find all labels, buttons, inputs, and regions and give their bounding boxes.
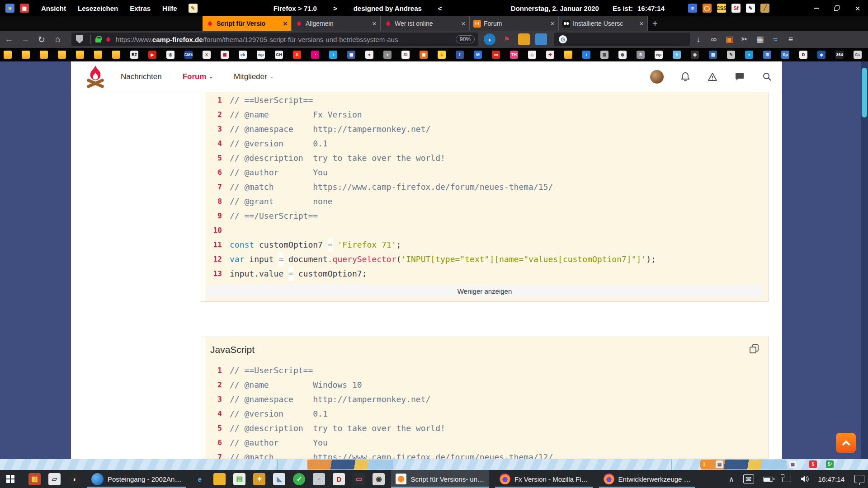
notify-1-badge[interactable]: 1 [700,460,708,468]
bookmark-folder-icon[interactable] [58,51,66,59]
tracking-shield-icon[interactable] [76,35,83,43]
search-icon[interactable] [761,71,772,82]
bookmark-icon[interactable]: S [293,51,301,59]
taskbar-button-fx-version-mozilla-fi-[interactable]: Fx Version - Mozilla Fi… [495,470,593,488]
bookmark-folder-icon[interactable] [564,51,572,59]
note-pencil-icon[interactable]: ✎ [189,4,198,13]
action-center-icon[interactable] [854,475,864,483]
user-avatar[interactable] [650,70,664,84]
screenshot-scissors-icon[interactable]: ✂ [738,33,751,46]
bookmark-icon[interactable]: ◍ [618,51,627,59]
bookmark-icon[interactable]: ◇ [528,51,536,59]
bookmark-icon[interactable]: GMX [184,51,193,59]
bookmark-icon[interactable]: wp [655,51,663,59]
window-star-icon[interactable]: ★ [5,4,14,13]
bookmark-icon[interactable]: Gs [854,51,862,59]
css-shield-icon[interactable]: CSS [717,4,726,13]
bookmark-icon[interactable]: ✶ [673,51,681,59]
bookmark-folder-icon[interactable] [112,51,120,59]
bookmark-icon[interactable]: Sf [401,51,410,59]
explorer-folder-icon[interactable] [213,473,226,485]
tray-mail-icon[interactable]: ✉ [743,474,754,483]
tab-allgemein[interactable]: Allgemein× [292,16,381,31]
tab-installierte-usersc[interactable]: Installierte Usersc× [559,16,648,31]
scroll-to-top-button[interactable] [836,433,856,453]
nav-item-forum[interactable]: Forum⌄ [183,72,213,81]
brush-icon[interactable]: ╱ [760,4,769,13]
grid-widget-icon[interactable]: ▦ [789,460,797,468]
https-lock-icon[interactable] [95,38,101,42]
printer-icon[interactable]: ▤ [716,460,723,468]
back-button[interactable]: ← [2,33,16,46]
notepad-icon[interactable]: ▤ [233,473,245,485]
downloads-icon[interactable]: ↓ [692,33,705,46]
film-grid-icon[interactable]: ▦ [753,33,767,46]
bookmark-icon[interactable]: i [582,51,590,59]
bookmark-icon[interactable]: ⊞ [763,51,771,59]
bookmark-icon[interactable]: X [203,51,211,59]
notifications-bell-icon[interactable] [680,71,691,82]
alerts-warning-icon[interactable] [707,71,718,82]
bookmark-icon[interactable]: Sp [781,51,789,59]
sync-infinity-icon[interactable]: ∞ [707,33,721,46]
check-icon[interactable]: ✓ [293,473,305,485]
bookmark-icon[interactable]: GH [275,51,283,59]
notes-icon[interactable]: ✎ [746,4,755,13]
key-icon[interactable]: ✦ [253,473,265,485]
bookmark-icon[interactable]: ● [365,51,373,59]
badge-s2-icon[interactable]: S² [826,460,834,468]
bookmark-icon[interactable]: ▣ [420,51,428,59]
menu-lesezeichen[interactable]: Lesezeichen [78,5,118,12]
minimize-button[interactable] [806,0,826,16]
collapse-button[interactable]: Weniger anzeigen [207,285,763,297]
zoom-level-indicator[interactable]: 90% [456,35,475,43]
url-text[interactable]: https://www.camp-firefox.de/forum/thema/… [116,36,452,43]
bookmark-folder-icon[interactable] [22,51,30,59]
bookmark-icon[interactable]: ✚ [546,51,554,59]
nav-item-nachrichten[interactable]: Nachrichten [121,72,162,81]
tray-clock[interactable]: 16:47:14 [818,475,844,483]
campfire-logo[interactable] [84,66,107,88]
start-button[interactable] [0,470,21,488]
swoosh-icon[interactable]: ≈ [769,33,782,46]
url-bar[interactable]: https://www.camp-firefox.de/forum/thema/… [71,33,478,46]
bookmark-icon[interactable]: ▭ [492,51,500,59]
bookmark-icon[interactable]: eb [239,51,247,59]
bookmark-icon[interactable]: ◉ [691,51,699,59]
dark-circle-app-icon[interactable]: ◖ [68,473,80,485]
tab-close-icon[interactable]: × [461,20,466,28]
badge-5-icon[interactable]: 5 [809,460,817,468]
bookmark-icon[interactable]: TH [510,51,518,59]
close-button[interactable]: × [847,0,868,16]
tray-volume-icon[interactable] [800,475,809,483]
remote-monitor-icon[interactable]: ▭ [353,473,365,485]
folder-orange-icon[interactable] [518,33,530,45]
tab-wer-ist-online[interactable]: Wer ist online× [381,16,470,31]
colorful-app-icon[interactable]: ▦ [28,473,41,485]
tab-close-icon[interactable]: × [283,20,288,28]
bookmark-icon[interactable]: ▦ [347,51,355,59]
bookmark-icon[interactable]: ▦ [221,51,229,59]
tray-chevron-up-icon[interactable]: ∧ [729,475,734,483]
bookmark-icon[interactable]: f [456,51,464,59]
bookmark-icon[interactable]: ◈ [817,51,826,59]
bookmark-icon[interactable]: ● [383,51,392,59]
bookmark-icon[interactable]: ◔ [311,51,319,59]
taskbar-button-script-f-r-versions-un-[interactable]: Script für Versions- un… [391,470,489,488]
bookmark-icon[interactable]: ☺ [438,51,446,59]
scrollbar-thumb[interactable] [862,68,867,117]
page-scrollbar[interactable] [861,61,868,459]
bookmark-icon[interactable]: wp [257,51,265,59]
thunderbird-icon[interactable]: ◗ [484,33,495,45]
bookmark-icon[interactable]: ✎ [727,51,735,59]
messages-chat-icon[interactable] [734,71,745,82]
camera-icon[interactable]: ◉ [373,473,385,485]
tab-close-icon[interactable]: × [550,20,555,28]
bookmark-folder-icon[interactable] [94,51,102,59]
bookmark-icon[interactable]: ▶ [148,51,156,59]
tab-close-icon[interactable]: × [639,20,644,28]
menu-extras[interactable]: Extras [130,5,151,12]
bookmark-icon[interactable]: ▤ [600,51,609,59]
cube-icon[interactable]: ▫ [313,473,325,485]
bookmark-folder-icon[interactable] [4,51,12,59]
